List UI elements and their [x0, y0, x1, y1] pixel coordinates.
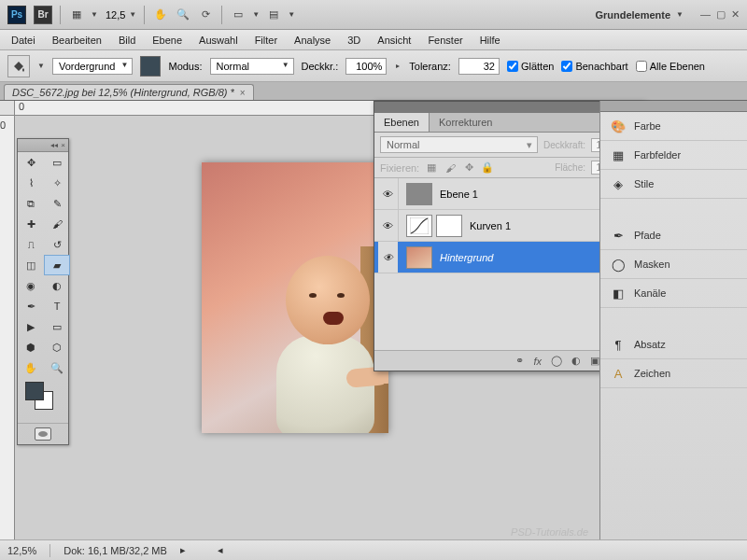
status-zoom[interactable]: 12,5%	[7, 545, 36, 556]
zoom-tool[interactable]: 🔍	[44, 357, 70, 378]
layer-thumbnail[interactable]	[406, 183, 432, 205]
arrow-right-icon[interactable]: ▸	[394, 62, 402, 70]
menu-fenster[interactable]: Fenster	[420, 32, 470, 49]
hand-tool[interactable]: ✋	[18, 357, 44, 378]
panel-zeichen[interactable]: AZeichen	[600, 359, 747, 388]
layer-fx-icon[interactable]: fx	[533, 356, 542, 367]
history-brush-tool[interactable]: ↺	[44, 234, 70, 255]
blend-mode-select[interactable]: Normal	[210, 58, 294, 75]
chevron-down-icon[interactable]: ▼	[37, 62, 45, 70]
menu-analyse[interactable]: Analyse	[287, 32, 338, 49]
opacity-input[interactable]: 100%	[345, 58, 387, 75]
color-swatches[interactable]	[21, 382, 64, 419]
crop-tool[interactable]: ⧉	[18, 193, 44, 214]
chevron-down-icon[interactable]: ▼	[288, 10, 295, 19]
panel-absatz[interactable]: ¶Absatz	[600, 330, 747, 359]
layer-blend-select[interactable]: Normal	[380, 136, 538, 153]
menu-ebene[interactable]: Ebene	[145, 32, 190, 49]
tab-korrekturen[interactable]: Korrekturen	[430, 113, 501, 132]
zoom-tool-icon[interactable]: 🔍	[175, 7, 191, 23]
shape-tool[interactable]: ▭	[44, 316, 70, 337]
panel-farbe[interactable]: 🎨Farbe	[600, 112, 747, 141]
layer-name[interactable]: Hintergrund	[440, 252, 617, 263]
panel-kanale[interactable]: ◧Kanäle	[600, 279, 747, 308]
document-canvas[interactable]	[202, 162, 388, 433]
move-tool[interactable]: ✥	[18, 152, 44, 173]
dock-header[interactable]	[600, 101, 747, 112]
close-button[interactable]: ✕	[731, 8, 740, 21]
minimize-button[interactable]: —	[700, 8, 711, 21]
lasso-tool[interactable]: ⌇	[18, 173, 44, 193]
new-group-icon[interactable]: ▣	[590, 355, 599, 367]
close-icon[interactable]: ×	[61, 141, 65, 149]
brush-tool[interactable]: 🖌	[44, 214, 70, 234]
pen-tool[interactable]: ✒	[18, 296, 44, 316]
marquee-tool[interactable]: ▭	[44, 152, 70, 173]
document-tab[interactable]: DSC_5672.jpg bei 12,5% (Hintergrund, RGB…	[4, 84, 254, 100]
app-logo-bridge[interactable]: Br	[34, 6, 52, 24]
chevron-down-icon[interactable]: ▼	[91, 10, 98, 19]
grid-arrange-icon[interactable]: ▦	[68, 7, 85, 23]
visibility-toggle-icon[interactable]: 👁	[381, 252, 396, 263]
add-mask-icon[interactable]: ◯	[551, 355, 562, 367]
hand-tool-icon[interactable]: ✋	[152, 7, 169, 23]
lock-position-icon[interactable]: ✥	[462, 161, 475, 175]
heal-tool[interactable]: ✚	[18, 214, 44, 234]
adjustment-layer-icon[interactable]: ◐	[571, 355, 581, 367]
type-tool[interactable]: T	[44, 296, 70, 316]
blur-tool[interactable]: ◉	[18, 275, 44, 296]
close-tab-icon[interactable]: ×	[240, 88, 246, 98]
visibility-toggle-icon[interactable]: 👁	[381, 220, 396, 231]
antialias-checkbox[interactable]: Glätten	[507, 61, 554, 72]
arrow-right-icon[interactable]: ▸	[180, 544, 186, 556]
panel-pfade[interactable]: ✒Pfade	[600, 221, 747, 250]
chevron-down-icon[interactable]: ▼	[252, 10, 260, 19]
stamp-tool[interactable]: ⎍	[18, 234, 44, 255]
screen-mode-icon[interactable]: ▭	[230, 7, 247, 23]
fill-source-select[interactable]: Vordergrund	[52, 58, 134, 75]
tolerance-input[interactable]: 32	[458, 58, 500, 75]
collapse-icon[interactable]: ◂◂	[50, 141, 58, 149]
link-layers-icon[interactable]: ⚭	[515, 355, 524, 367]
menu-auswahl[interactable]: Auswahl	[191, 32, 246, 49]
lock-all-icon[interactable]: 🔒	[481, 161, 494, 175]
layer-thumbnail[interactable]	[406, 246, 432, 269]
menu-filter[interactable]: Filter	[247, 32, 285, 49]
fill-pattern-swatch[interactable]	[140, 56, 161, 77]
status-docinfo[interactable]: Dok: 16,1 MB/32,2 MB	[63, 545, 167, 556]
workspace-switcher[interactable]: Grundelemente ▼	[595, 9, 684, 21]
dodge-tool[interactable]: ◐	[44, 275, 70, 296]
eyedropper-tool[interactable]: ✎	[44, 193, 70, 214]
3d-tool[interactable]: ⬢	[18, 337, 44, 357]
ruler-vertical[interactable]: 0	[0, 116, 15, 539]
adjustment-thumbnail[interactable]	[406, 215, 432, 237]
toolbox-header[interactable]: ◂◂×	[18, 139, 68, 152]
foreground-color[interactable]	[25, 382, 44, 400]
mask-thumbnail[interactable]	[436, 215, 462, 237]
zoom-selector[interactable]: 12,5 ▼	[106, 9, 136, 21]
bucket-tool-icon[interactable]	[7, 55, 30, 77]
all-layers-checkbox[interactable]: Alle Ebenen	[636, 61, 705, 72]
lock-transparent-icon[interactable]: ▦	[425, 161, 438, 175]
panel-stile[interactable]: ◈Stile	[600, 170, 747, 199]
path-select-tool[interactable]: ▶	[18, 316, 44, 337]
menu-datei[interactable]: Datei	[4, 32, 43, 49]
visibility-toggle-icon[interactable]: 👁	[381, 189, 396, 200]
quickmask-toggle[interactable]	[35, 427, 51, 441]
maximize-button[interactable]: ▢	[716, 8, 726, 21]
3d-camera-tool[interactable]: ⬡	[44, 337, 70, 357]
arrange-docs-icon[interactable]: ▤	[265, 7, 282, 23]
rotate-view-icon[interactable]: ⟳	[197, 7, 214, 23]
wand-tool[interactable]: ✧	[44, 173, 70, 193]
lock-pixels-icon[interactable]: 🖌	[444, 161, 457, 175]
menu-3d[interactable]: 3D	[340, 32, 368, 49]
ruler-origin[interactable]	[0, 101, 15, 116]
app-logo-ps[interactable]: Ps	[7, 6, 26, 24]
menu-bearbeiten[interactable]: Bearbeiten	[45, 32, 109, 49]
menu-hilfe[interactable]: Hilfe	[472, 32, 508, 49]
panel-farbfelder[interactable]: ▦Farbfelder	[600, 141, 747, 170]
bucket-tool[interactable]: ▰	[44, 255, 70, 275]
contiguous-checkbox[interactable]: Benachbart	[561, 61, 627, 72]
arrow-left-icon[interactable]: ◂	[218, 544, 223, 556]
menu-ansicht[interactable]: Ansicht	[370, 32, 418, 49]
